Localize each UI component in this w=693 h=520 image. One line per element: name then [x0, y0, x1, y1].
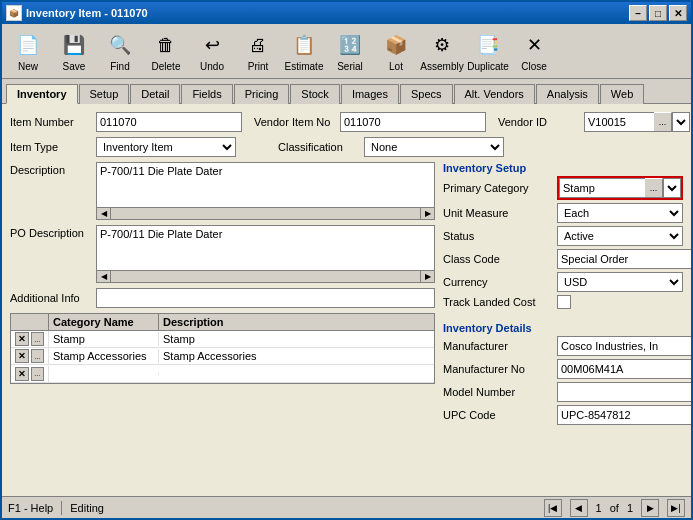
window-icon: 📦 — [6, 5, 22, 21]
title-bar: 📦 Inventory Item - 011070 – □ ✕ — [2, 2, 691, 24]
serial-icon: 🔢 — [335, 30, 365, 60]
find-button[interactable]: 🔍 Find — [98, 27, 142, 75]
left-column: Description P-700/11 Die Plate Dater ◀ ▶… — [10, 162, 435, 488]
primary-category-browse[interactable]: ... — [645, 178, 663, 198]
vendor-id-combo: ... — [584, 112, 690, 132]
tab-inventory[interactable]: Inventory — [6, 84, 78, 104]
classification-select[interactable]: None — [364, 137, 504, 157]
primary-category-label: Primary Category — [443, 182, 553, 194]
print-button[interactable]: 🖨 Print — [236, 27, 280, 75]
status-row: Status Active — [443, 226, 683, 246]
vendor-id-browse[interactable]: ... — [654, 112, 672, 132]
find-icon: 🔍 — [105, 30, 135, 60]
item-type-select[interactable]: Inventory Item — [96, 137, 236, 157]
manufacturer-no-input[interactable] — [557, 359, 691, 379]
class-code-input[interactable] — [557, 249, 691, 269]
currency-label: Currency — [443, 276, 553, 288]
tab-web[interactable]: Web — [600, 84, 644, 104]
row3-browse-button[interactable]: ... — [31, 367, 45, 381]
item-number-input[interactable] — [96, 112, 242, 132]
item-number-row: Item Number Vendor Item No Vendor ID ... — [10, 112, 683, 132]
item-type-row: Item Type Inventory Item Classification … — [10, 137, 683, 157]
delete-label: Delete — [152, 61, 181, 72]
duplicate-button[interactable]: 📑 Duplicate — [466, 27, 510, 75]
unit-measure-label: Unit Measure — [443, 207, 553, 219]
po-scrollbar[interactable]: ◀ ▶ — [96, 271, 435, 283]
row2-delete-button[interactable]: ✕ — [15, 349, 29, 363]
additional-info-input[interactable] — [96, 288, 435, 308]
tab-setup[interactable]: Setup — [79, 84, 130, 104]
status-bar: F1 - Help Editing |◀ ◀ 1 of 1 ▶ ▶| — [2, 496, 691, 518]
two-column-layout: Description P-700/11 Die Plate Dater ◀ ▶… — [10, 162, 683, 488]
last-page-button[interactable]: ▶| — [667, 499, 685, 517]
description-label: Description — [10, 164, 90, 176]
model-number-input[interactable] — [557, 382, 691, 402]
category-table: Category Name Description ✕ ... Stamp — [10, 313, 435, 384]
prev-page-button[interactable]: ◀ — [570, 499, 588, 517]
tab-alt-vendors[interactable]: Alt. Vendors — [454, 84, 535, 104]
row1-browse-button[interactable]: ... — [31, 332, 45, 346]
new-button[interactable]: 📄 New — [6, 27, 50, 75]
tab-fields[interactable]: Fields — [181, 84, 232, 104]
row3-delete-button[interactable]: ✕ — [15, 367, 29, 381]
save-button[interactable]: 💾 Save — [52, 27, 96, 75]
row2-browse-button[interactable]: ... — [31, 349, 45, 363]
vendor-id-dropdown[interactable] — [672, 112, 690, 132]
lot-button[interactable]: 📦 Lot — [374, 27, 418, 75]
delete-button[interactable]: 🗑 Delete — [144, 27, 188, 75]
description-scrollbar[interactable]: ◀ ▶ — [96, 208, 435, 220]
track-landed-checkbox[interactable] — [557, 295, 571, 309]
upc-code-input[interactable] — [557, 405, 691, 425]
vendor-item-no-label: Vendor Item No — [254, 116, 334, 128]
status-separator — [61, 501, 62, 515]
next-page-button[interactable]: ▶ — [641, 499, 659, 517]
serial-label: Serial — [337, 61, 363, 72]
po-description-textarea[interactable]: P-700/11 Die Plate Dater — [97, 226, 434, 268]
description-textarea[interactable]: P-700/11 Die Plate Dater — [97, 163, 434, 205]
tab-specs[interactable]: Specs — [400, 84, 453, 104]
undo-button[interactable]: ↩ Undo — [190, 27, 234, 75]
unit-measure-select[interactable]: Each — [557, 203, 683, 223]
description-row: Description P-700/11 Die Plate Dater ◀ ▶ — [10, 162, 435, 220]
close-window-button[interactable]: ✕ — [669, 5, 687, 21]
print-label: Print — [248, 61, 269, 72]
tab-bar: Inventory Setup Detail Fields Pricing St… — [2, 79, 691, 104]
row2-actions: ✕ ... — [11, 348, 49, 364]
assembly-icon: ⚙ — [427, 30, 457, 60]
additional-info-label: Additional Info — [10, 292, 90, 304]
of-text: of — [610, 502, 619, 514]
minimize-button[interactable]: – — [629, 5, 647, 21]
track-landed-label: Track Landed Cost — [443, 296, 553, 308]
row3-category — [49, 373, 159, 375]
currency-select[interactable]: USD — [557, 272, 683, 292]
primary-category-input[interactable] — [559, 178, 645, 198]
assembly-button[interactable]: ⚙ Assembly — [420, 27, 464, 75]
tab-pricing[interactable]: Pricing — [234, 84, 290, 104]
tab-stock[interactable]: Stock — [290, 84, 340, 104]
tab-analysis[interactable]: Analysis — [536, 84, 599, 104]
col-category-name: Category Name — [49, 314, 159, 330]
classification-label: Classification — [278, 141, 358, 153]
first-page-button[interactable]: |◀ — [544, 499, 562, 517]
estimate-label: Estimate — [285, 61, 324, 72]
vendor-item-no-input[interactable] — [340, 112, 486, 132]
po-description-row: PO Description P-700/11 Die Plate Dater … — [10, 225, 435, 283]
vendor-id-input[interactable] — [584, 112, 654, 132]
category-table-header: Category Name Description — [11, 314, 434, 331]
primary-category-dropdown[interactable] — [663, 178, 681, 198]
status-select[interactable]: Active — [557, 226, 683, 246]
row1-delete-button[interactable]: ✕ — [15, 332, 29, 346]
close-button[interactable]: ✕ Close — [512, 27, 556, 75]
primary-category-row: Primary Category ... — [443, 176, 683, 200]
tab-images[interactable]: Images — [341, 84, 399, 104]
estimate-button[interactable]: 📋 Estimate — [282, 27, 326, 75]
serial-button[interactable]: 🔢 Serial — [328, 27, 372, 75]
primary-category-combo: ... — [557, 176, 683, 200]
tab-detail[interactable]: Detail — [130, 84, 180, 104]
track-landed-row: Track Landed Cost — [443, 295, 683, 309]
model-number-label: Model Number — [443, 386, 553, 398]
manufacturer-input[interactable] — [557, 336, 691, 356]
page-number: 1 — [596, 502, 602, 514]
print-icon: 🖨 — [243, 30, 273, 60]
maximize-button[interactable]: □ — [649, 5, 667, 21]
